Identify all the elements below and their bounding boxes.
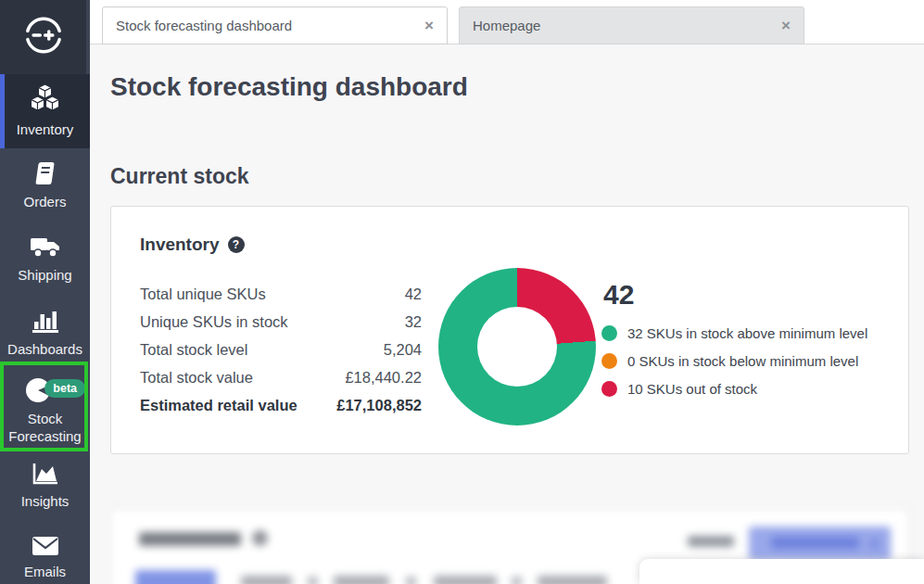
help-icon[interactable]: ? <box>228 236 245 253</box>
sync-plus-minus-logo-icon <box>22 14 65 60</box>
beta-badge: beta <box>44 379 85 398</box>
tab-label: Homepage <box>473 18 781 33</box>
close-icon[interactable]: × <box>781 17 791 35</box>
sidebar: Inventory Orders <box>0 0 90 584</box>
blurred-card-title <box>139 532 241 546</box>
tab-label: Stock forecasting dashboard <box>116 18 424 33</box>
blurred-caret-icon <box>869 539 880 549</box>
inventory-card: Inventory ? Total unique SKUs 42 Unique … <box>110 206 909 454</box>
donut-total: 42 <box>603 279 867 311</box>
orange-dot-icon <box>601 353 617 369</box>
sidebar-item-label: Inventory <box>17 121 74 139</box>
blurred-filter-tab[interactable] <box>538 576 607 584</box>
sidebar-item-emails[interactable]: Emails <box>0 522 90 584</box>
blurred-primary-button[interactable] <box>749 527 891 560</box>
legend-item-in-stock-above-min[interactable]: 32 SKUs in stock above minimum level <box>601 319 867 347</box>
green-dot-icon <box>601 325 617 341</box>
app-logo[interactable] <box>0 0 86 74</box>
stat-row: Total stock level 5,204 <box>140 336 422 363</box>
stat-label: Total unique SKUs <box>140 286 266 303</box>
blurred-button-label <box>771 537 859 549</box>
sidebar-item-label: Stock Forecasting <box>4 410 86 446</box>
sidebar-item-shipping[interactable]: Shipping <box>0 222 90 297</box>
cubes-icon <box>28 83 62 114</box>
legend-label: 32 SKUs in stock above minimum level <box>627 325 867 341</box>
sidebar-item-label: Emails <box>24 563 66 581</box>
blurred-active-filter-tab[interactable] <box>135 570 216 584</box>
stat-value: 5,204 <box>384 341 422 359</box>
stat-value: £17,108,852 <box>336 397 422 414</box>
stat-value: £18,440.22 <box>345 369 422 387</box>
donut-legend: 42 32 SKUs in stock above minimum level … <box>601 279 867 402</box>
stat-row: Total stock value £18,440.22 <box>140 363 422 391</box>
sidebar-item-label: Insights <box>21 492 70 511</box>
stat-value: 42 <box>405 286 422 303</box>
sidebar-item-label: Dashboards <box>7 340 82 359</box>
tab-bar: Stock forecasting dashboard × Homepage × <box>90 0 924 44</box>
sidebar-item-stock-forecasting[interactable]: beta Stock Forecasting <box>0 371 90 450</box>
blurred-close-icon <box>308 577 318 584</box>
inventory-card-title: Inventory <box>140 235 220 255</box>
sidebar-item-insights[interactable]: Insights <box>0 450 90 522</box>
inventory-stats: Total unique SKUs 42 Unique SKUs in stoc… <box>140 280 422 419</box>
stat-label: Total stock level <box>140 341 247 359</box>
legend-item-in-stock-below-min[interactable]: 0 SKUs in stock below minimum level <box>601 347 867 375</box>
stat-row: Estimated retail value £17,108,852 <box>140 391 422 419</box>
stat-value: 32 <box>405 313 422 331</box>
envelope-icon <box>32 536 59 556</box>
legend-label: 10 SKUs out of stock <box>627 381 757 397</box>
area-chart-icon <box>32 462 59 486</box>
page-title: Stock forecasting dashboard <box>110 72 468 102</box>
stat-row: Unique SKUs in stock 32 <box>140 308 422 336</box>
legend-label: 0 SKUs in stock below minimum level <box>627 353 858 369</box>
blurred-link[interactable] <box>688 536 734 547</box>
sidebar-item-inventory[interactable]: Inventory <box>0 74 90 148</box>
sidebar-item-label: Orders <box>24 193 67 211</box>
stat-label: Unique SKUs in stock <box>140 313 288 331</box>
stat-label: Estimated retail value <box>140 397 297 414</box>
tab-stock-forecasting-dashboard[interactable]: Stock forecasting dashboard × <box>102 6 448 44</box>
sidebar-item-label: Shipping <box>18 266 71 285</box>
blurred-help-icon <box>252 530 268 546</box>
popup-panel <box>639 559 924 584</box>
blurred-filter-tab[interactable] <box>241 576 292 584</box>
app-window: Inventory Orders <box>0 0 924 584</box>
close-icon[interactable]: × <box>424 17 434 35</box>
blurred-filter-tab[interactable] <box>434 576 497 584</box>
stat-label: Total stock value <box>140 369 253 387</box>
tab-homepage[interactable]: Homepage × <box>459 6 804 44</box>
blurred-close-icon <box>512 577 522 584</box>
main-content: Stock forecasting dashboard Current stoc… <box>90 44 924 584</box>
truck-icon <box>30 235 61 260</box>
bar-chart-icon <box>32 309 59 334</box>
legend-item-out-of-stock[interactable]: 10 SKUs out of stock <box>601 375 867 402</box>
donut-chart[interactable] <box>438 268 596 425</box>
red-dot-icon <box>601 381 617 397</box>
stat-row: Total unique SKUs 42 <box>140 280 422 308</box>
current-stock-heading: Current stock <box>110 164 249 189</box>
blurred-filter-tab[interactable] <box>334 576 389 584</box>
book-icon <box>32 160 58 186</box>
sidebar-item-dashboards[interactable]: Dashboards <box>0 297 90 371</box>
sidebar-item-orders[interactable]: Orders <box>0 148 90 222</box>
blurred-close-icon <box>406 577 416 584</box>
